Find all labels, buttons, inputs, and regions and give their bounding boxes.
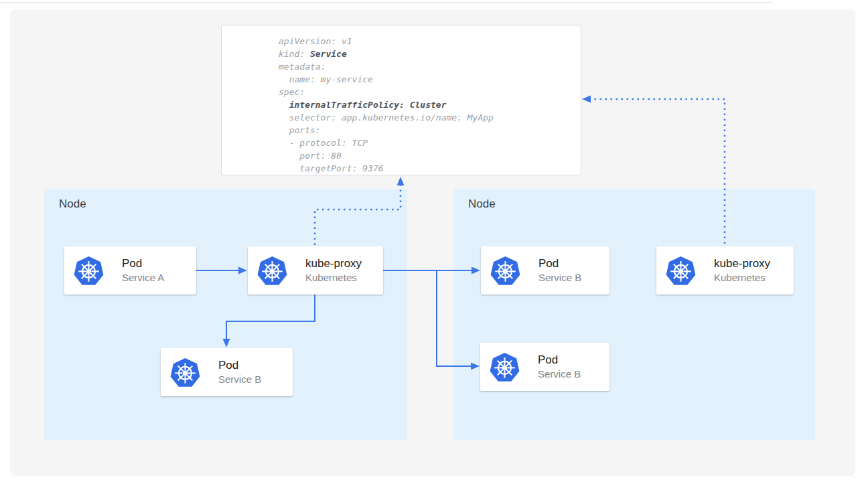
yaml-code: apiVersion: v1kind: Servicemetadata: nam… bbox=[279, 35, 574, 175]
card-title: Pod bbox=[122, 256, 164, 270]
kubernetes-icon bbox=[170, 357, 200, 388]
node-label: Node bbox=[59, 197, 86, 211]
card-kube-proxy-left: kube-proxy Kubernetes bbox=[248, 246, 383, 295]
card-subtitle: Kubernetes bbox=[305, 271, 362, 284]
card-subtitle: Service B bbox=[538, 368, 581, 381]
kubernetes-icon bbox=[490, 352, 520, 382]
top-divider bbox=[0, 2, 772, 3]
card-title: kube-proxy bbox=[305, 256, 362, 270]
kubernetes-icon bbox=[257, 256, 287, 286]
service-yaml-card: apiVersion: v1kind: Servicemetadata: nam… bbox=[221, 25, 581, 175]
card-title: Pod bbox=[538, 353, 581, 367]
card-pod-service-a: Pod Service A bbox=[64, 246, 196, 295]
card-pod-service-b-right-top: Pod Service B bbox=[481, 246, 609, 295]
node-label: Node bbox=[468, 197, 496, 211]
card-pod-service-b-right-bottom: Pod Service B bbox=[480, 343, 609, 391]
node-panel-left: Node bbox=[44, 189, 407, 440]
diagram-canvas: Node Node apiVersion: bbox=[0, 0, 868, 488]
card-pod-service-b-left: Pod Service B bbox=[161, 348, 293, 396]
card-title: kube-proxy bbox=[714, 256, 770, 270]
kubernetes-icon bbox=[74, 256, 104, 286]
card-subtitle: Service B bbox=[538, 271, 581, 284]
card-subtitle: Service B bbox=[218, 373, 261, 386]
node-panel-right: Node bbox=[453, 189, 815, 440]
card-title: Pod bbox=[538, 256, 581, 270]
kubernetes-icon bbox=[490, 256, 520, 286]
card-title: Pod bbox=[218, 358, 261, 372]
card-subtitle: Service A bbox=[122, 271, 164, 284]
kubernetes-icon bbox=[666, 256, 696, 286]
card-kube-proxy-right: kube-proxy Kubernetes bbox=[656, 246, 794, 295]
card-subtitle: Kubernetes bbox=[714, 271, 770, 284]
